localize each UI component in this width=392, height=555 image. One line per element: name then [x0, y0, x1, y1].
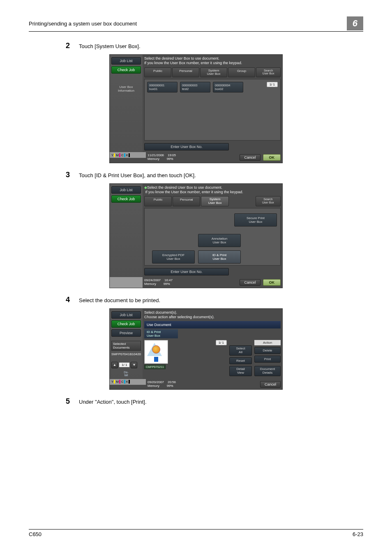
header-title: Printing/sending a system user box docum… [29, 21, 137, 27]
time: 20:56 [168, 380, 176, 384]
tab-search-userbox[interactable]: Search User Box [256, 196, 281, 206]
job-list-button[interactable]: Job List [111, 311, 141, 319]
userbox-info-label: User Box Information [111, 85, 141, 92]
select-all-button[interactable]: Select All [229, 345, 252, 356]
job-list-button[interactable]: Job List [111, 57, 141, 65]
userbox-item[interactable]: 000000001 box01 [147, 82, 178, 92]
cancel-button[interactable]: Cancel [240, 279, 260, 286]
tab-group[interactable]: Group [228, 67, 255, 78]
userbox-name: box01 [149, 87, 175, 91]
ink-k-label: K [126, 153, 128, 157]
screenshot-id-print-userbox: Job List Check Job ◆Select the desired U… [109, 183, 283, 288]
ok-button[interactable]: OK [263, 154, 281, 161]
ink-levels: Y M C K [110, 152, 146, 158]
ink-y-icon [114, 153, 115, 157]
step-2: 2 Touch [System User Box]. [66, 42, 363, 50]
time: 16:47 [164, 278, 173, 282]
ink-c-label: C [121, 380, 124, 384]
memory-value: 99% [167, 157, 173, 161]
job-list-button[interactable]: Job List [111, 186, 141, 194]
print-button[interactable]: Print [254, 356, 281, 363]
pager: 1/ 1 [216, 340, 227, 345]
tab-system-userbox[interactable]: System User Box [200, 67, 227, 78]
userbox-id: 000000001 [149, 83, 175, 87]
encrypted-pdf-userbox[interactable]: Encrypted PDF User Box [152, 250, 195, 264]
check-job-button[interactable]: Check Job [111, 320, 141, 328]
secure-print-userbox[interactable]: Secure Print User Box [234, 213, 277, 227]
userbox-name: box02 [215, 87, 241, 91]
document-details-button[interactable]: Document Details [254, 366, 281, 376]
cancel-button[interactable]: Cancel [260, 381, 281, 388]
cancel-button[interactable]: Cancel [240, 154, 260, 161]
detail-label[interactable]: De- tail [111, 371, 141, 377]
screenshot-select-document: Job List Check Job Preview Selected Docu… [109, 308, 283, 390]
date: 11/21/2006 [148, 153, 164, 157]
tab-search-userbox[interactable]: Search User Box [256, 67, 281, 78]
step-text: Under "Action", touch [Print]. [79, 397, 147, 405]
userbox-id: 000000004 [215, 83, 241, 87]
selected-doc-id: SMFP07041B10420 [111, 352, 141, 356]
document-name: CMFP07S211 [144, 365, 166, 369]
tab-public[interactable]: Public [144, 67, 171, 78]
memory-label: Memory [148, 384, 159, 388]
ink-m-label: M [116, 380, 119, 384]
enter-userbox-no[interactable]: Enter User Box No. [144, 143, 229, 150]
page-up-button[interactable]: ▲ [111, 362, 118, 368]
ink-y-label: Y [111, 153, 113, 157]
id-print-userbox[interactable]: ID & Print User Box [198, 250, 241, 264]
ink-y-icon [114, 380, 115, 384]
tab-system-userbox[interactable]: System User Box [201, 196, 228, 206]
ok-button[interactable]: OK [263, 279, 281, 286]
use-document-bar: Use Document [144, 321, 281, 328]
check-job-button[interactable]: Check Job [111, 195, 141, 203]
memory-value: 99% [164, 282, 170, 286]
ink-levels: Y M C K [110, 379, 146, 385]
date: 09/20/2007 [148, 380, 164, 384]
step-text: Select the document to be printed. [79, 296, 160, 303]
pager: 1/ 1 [267, 82, 278, 87]
mark-icon [154, 357, 158, 362]
annotation-userbox[interactable]: Annotation User Box [198, 234, 241, 247]
sub-tab-id-print: ID & Print User Box [144, 329, 178, 338]
delete-button[interactable]: Delete [254, 347, 281, 354]
step-text: Touch [System User Box]. [79, 42, 141, 49]
footer-page: 6-23 [353, 531, 363, 537]
ink-y-label: Y [111, 380, 113, 384]
userbox-name: test2 [182, 87, 208, 91]
hint-line1: Select the desired User Box to use docum… [147, 185, 222, 190]
enter-userbox-no[interactable]: Enter User Box No. [144, 268, 229, 275]
preview-button[interactable]: Preview [111, 329, 141, 337]
userbox-item[interactable]: 000000004 box02 [213, 82, 243, 92]
step-number: 2 [66, 42, 79, 50]
ink-c-icon [124, 153, 125, 157]
document-thumbnail[interactable] [144, 340, 168, 364]
reset-button[interactable]: Reset [229, 357, 252, 364]
left-pager: 1/ 1 [119, 363, 129, 367]
chapter-number: 6 [347, 16, 363, 30]
hint-line1: Select the desired User Box to use docum… [144, 56, 219, 60]
screenshot-system-userbox: Job List Check Job User Box Information … [109, 54, 283, 163]
hint-line2: Choose action after selecting document(s… [144, 315, 214, 319]
step-4: 4 Select the document to be printed. [66, 296, 363, 304]
step-5: 5 Under "Action", touch [Print]. [66, 397, 363, 406]
ink-m-label: M [116, 153, 119, 157]
ink-c-label: C [121, 153, 124, 157]
selected-documents-label: Selected Documents [111, 341, 141, 351]
tab-personal[interactable]: Personal [172, 67, 199, 78]
memory-value: 99% [167, 384, 173, 388]
hint-line2: If you know the User Box number, enter i… [144, 61, 242, 65]
detail-view-button[interactable]: Detail View [229, 366, 252, 376]
tab-personal[interactable]: Personal [173, 196, 200, 206]
ink-k-label: K [126, 380, 128, 384]
ink-m-icon [119, 153, 120, 157]
step-number: 5 [66, 397, 79, 406]
check-job-button[interactable]: Check Job [111, 66, 141, 74]
userbox-item[interactable]: 000000003 test2 [180, 82, 210, 92]
memory-label: Memory [148, 157, 159, 161]
page-down-button[interactable]: ▼ [131, 362, 137, 368]
footer-model: C650 [29, 531, 42, 537]
page-header: Printing/sending a system user box docum… [29, 16, 363, 32]
step-3: 3 Touch [ID & Print User Box], and then … [66, 171, 363, 179]
page-footer: C650 6-23 [29, 529, 363, 537]
tab-public[interactable]: Public [144, 196, 172, 206]
